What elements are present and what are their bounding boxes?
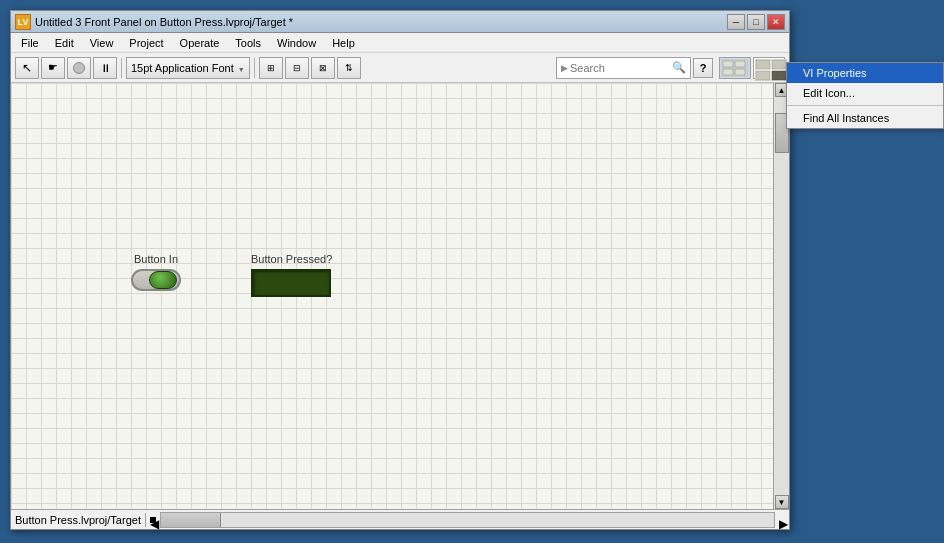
reorder-button[interactable]: ⇅ bbox=[337, 57, 361, 79]
separator-1 bbox=[121, 58, 122, 78]
separator-2 bbox=[254, 58, 255, 78]
menu-edit[interactable]: Edit bbox=[47, 33, 82, 52]
app-icon: LV bbox=[15, 14, 31, 30]
maximize-button[interactable]: □ bbox=[747, 14, 765, 30]
search-icon[interactable]: 🔍 bbox=[672, 61, 686, 74]
menu-bar: File Edit View Project Operate Tools Win… bbox=[11, 33, 789, 53]
minimize-button[interactable]: ─ bbox=[727, 14, 745, 30]
svg-rect-4 bbox=[735, 69, 745, 75]
h-scroll-thumb[interactable] bbox=[161, 513, 221, 527]
select-tool-button[interactable]: ↖ bbox=[15, 57, 39, 79]
svg-rect-9 bbox=[772, 71, 786, 80]
vi-icon-diagram[interactable] bbox=[753, 57, 785, 79]
vi-diagram-svg bbox=[755, 59, 787, 81]
svg-rect-7 bbox=[772, 60, 786, 69]
search-box[interactable]: ▶ 🔍 bbox=[556, 57, 691, 79]
context-menu-find-all[interactable]: Find All Instances bbox=[787, 108, 943, 128]
font-dropdown-arrow bbox=[238, 62, 245, 74]
menu-view[interactable]: View bbox=[82, 33, 122, 52]
scrollbar-right[interactable]: ▲ ▼ bbox=[773, 83, 789, 509]
scroll-down-arrow[interactable]: ▼ bbox=[775, 495, 789, 509]
status-path: Button Press.lvproj/Target bbox=[15, 514, 141, 526]
window-title: Untitled 3 Front Panel on Button Press.l… bbox=[35, 16, 727, 28]
svg-rect-1 bbox=[723, 61, 733, 67]
run-icon bbox=[73, 62, 85, 74]
vi-panel-svg bbox=[721, 59, 749, 77]
context-menu-edit-icon[interactable]: Edit Icon... bbox=[787, 83, 943, 103]
main-area: Button In Button Pressed? ▲ ▼ bbox=[11, 83, 789, 509]
window-controls: ─ □ ✕ bbox=[727, 14, 785, 30]
status-bar: Button Press.lvproj/Target ◀ ▶ bbox=[11, 509, 789, 529]
button-in-control[interactable] bbox=[131, 269, 181, 291]
font-label: 15pt Application Font bbox=[131, 62, 234, 74]
toggle-knob bbox=[149, 271, 177, 289]
svg-rect-8 bbox=[756, 71, 770, 80]
scroll-left-arrow[interactable]: ◀ bbox=[150, 517, 156, 523]
distribute-button[interactable]: ⊟ bbox=[285, 57, 309, 79]
search-input[interactable] bbox=[570, 62, 670, 74]
button-pressed-label: Button Pressed? bbox=[251, 253, 332, 265]
svg-rect-6 bbox=[756, 60, 770, 69]
help-button[interactable]: ? bbox=[693, 58, 713, 78]
font-dropdown[interactable]: 15pt Application Font bbox=[126, 57, 250, 79]
context-menu-vi-properties[interactable]: VI Properties bbox=[787, 63, 943, 83]
scroll-right-arrow[interactable]: ▶ bbox=[779, 517, 785, 523]
context-menu-separator bbox=[787, 105, 943, 106]
title-bar: LV Untitled 3 Front Panel on Button Pres… bbox=[11, 11, 789, 33]
menu-file[interactable]: File bbox=[13, 33, 47, 52]
button-in-widget: Button In bbox=[131, 253, 181, 291]
resize-button[interactable]: ⊠ bbox=[311, 57, 335, 79]
context-menu: VI Properties Edit Icon... Find All Inst… bbox=[786, 62, 944, 129]
search-arrow: ▶ bbox=[561, 63, 568, 73]
pause-button[interactable]: ⏸ bbox=[93, 57, 117, 79]
menu-project[interactable]: Project bbox=[121, 33, 171, 52]
button-pressed-widget: Button Pressed? bbox=[251, 253, 332, 297]
run-button[interactable] bbox=[67, 57, 91, 79]
menu-help[interactable]: Help bbox=[324, 33, 363, 52]
canvas[interactable]: Button In Button Pressed? bbox=[11, 83, 773, 509]
vi-icon-panel[interactable] bbox=[719, 57, 751, 79]
menu-operate[interactable]: Operate bbox=[172, 33, 228, 52]
main-window: LV Untitled 3 Front Panel on Button Pres… bbox=[10, 10, 790, 530]
align-button[interactable]: ⊞ bbox=[259, 57, 283, 79]
hand-tool-button[interactable]: ☛ bbox=[41, 57, 65, 79]
menu-tools[interactable]: Tools bbox=[227, 33, 269, 52]
scrollbar-horizontal[interactable] bbox=[160, 512, 775, 528]
button-pressed-indicator bbox=[251, 269, 331, 297]
close-button[interactable]: ✕ bbox=[767, 14, 785, 30]
svg-rect-3 bbox=[723, 69, 733, 75]
svg-rect-2 bbox=[735, 61, 745, 67]
button-in-label: Button In bbox=[131, 253, 181, 265]
toolbar: ↖ ☛ ⏸ 15pt Application Font ⊞ ⊟ ⊠ ⇅ ▶ 🔍 … bbox=[11, 53, 789, 83]
menu-window[interactable]: Window bbox=[269, 33, 324, 52]
status-separator bbox=[145, 513, 146, 527]
